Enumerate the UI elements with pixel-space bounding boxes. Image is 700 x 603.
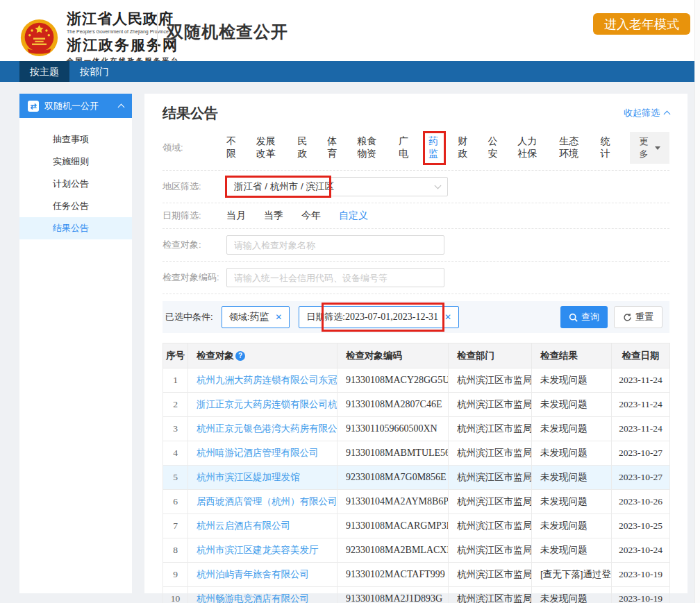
table-row: 5杭州市滨江区媞加理发馆92330108MA7G0M856E杭州滨江区市监局未发…: [163, 466, 670, 490]
date-option[interactable]: 今年: [301, 210, 321, 222]
nav-tab[interactable]: 按部门: [69, 61, 119, 82]
target-input[interactable]: [226, 235, 444, 255]
field-option[interactable]: 发展改革: [256, 135, 280, 160]
cell-num: 3: [163, 417, 188, 441]
table-row: 7杭州云启酒店有限公司91330108MACARGMP3H杭州滨江区市监局未发现…: [163, 514, 670, 538]
cell-dept: 杭州滨江区市监局: [449, 538, 532, 563]
cell-link[interactable]: 杭州市滨江区媞加理发馆: [188, 466, 338, 490]
filter-row-region: 地区筛选: 浙江省 / 杭州市 / 滨江区: [162, 171, 669, 203]
sidebar-item[interactable]: 计划公告: [19, 173, 132, 195]
cell-link[interactable]: 浙江正京元大药房连锁有限公司杭...: [188, 393, 338, 417]
cell-link[interactable]: 杭州云启酒店有限公司: [188, 514, 338, 538]
table-row: 1杭州九洲大药房连锁有限公司东冠...91330108MACY28GG5U杭州滨…: [163, 368, 670, 393]
field-option[interactable]: 公安: [488, 135, 499, 160]
close-icon[interactable]: ✕: [275, 312, 282, 322]
table-row: 4杭州嘻游记酒店管理有限公司91330108MABMTULE56杭州滨江区市监局…: [163, 441, 670, 466]
cell-link[interactable]: 杭州市滨江区建龙美容美发厅: [188, 538, 338, 563]
collapse-filter-link[interactable]: 收起筛选: [624, 107, 669, 119]
cell-code: 91330108MACARGMP3H: [338, 514, 449, 538]
code-input[interactable]: [226, 268, 444, 287]
cell-link[interactable]: 杭州九洲大药房连锁有限公司东冠...: [188, 368, 338, 393]
sidebar-item[interactable]: 结果公告: [19, 217, 132, 239]
cell-code: 9133011059660500XN: [338, 417, 449, 441]
region-value: 浙江省 / 杭州市 / 滨江区: [234, 180, 334, 193]
cell-date: 2023-10-26: [612, 490, 670, 514]
table-header-row: 序号检查对象?检查对象编码检查部门检查结果检查日期: [163, 343, 670, 368]
search-button-label: 查询: [581, 311, 599, 323]
sidebar-item[interactable]: 实施细则: [19, 151, 132, 173]
tag-value: 2023-07-01,2023-12-31: [345, 312, 438, 323]
more-button[interactable]: 更多: [630, 132, 669, 164]
close-icon[interactable]: ✕: [444, 312, 451, 322]
date-option[interactable]: 当季: [264, 210, 283, 222]
field-option[interactable]: 人力社保: [517, 135, 541, 160]
chevron-down-icon: [435, 182, 442, 189]
sidebar-item[interactable]: 抽查事项: [19, 128, 132, 151]
logo-block[interactable]: 浙江省人民政府 The People's Government of Zheji…: [19, 9, 180, 66]
cell-result: 未发现问题: [532, 368, 612, 393]
sidebar: ⇄ 双随机一公开 抽查事项实施细则计划公告任务公告结果公告: [19, 94, 132, 593]
filter-row-target: 检查对象:: [162, 229, 669, 262]
cell-date: 2023-11-24: [612, 417, 670, 441]
region-select[interactable]: 浙江省 / 杭州市 / 滨江区: [226, 177, 448, 196]
cell-dept: 杭州滨江区市监局: [449, 417, 532, 441]
logo-text: 浙江省人民政府 The People's Government of Zheji…: [67, 9, 180, 66]
field-option[interactable]: 药监: [428, 135, 440, 160]
cell-code: 91330108MA2J1D893G: [338, 587, 449, 603]
cell-num: 10: [163, 587, 188, 603]
cell-link[interactable]: 杭州嘻游记酒店管理有限公司: [188, 441, 338, 466]
cell-link[interactable]: 居西琥酒店管理（杭州）有限公司: [188, 490, 338, 514]
field-option[interactable]: 生态环境: [559, 135, 583, 160]
cell-date: 2023-11-24: [612, 368, 670, 393]
cell-dept: 杭州滨江区市监局: [449, 441, 532, 466]
cell-date: 2023-10-27: [612, 466, 670, 490]
cell-num: 1: [163, 368, 188, 393]
cell-dept: 杭州滨江区市监局: [449, 368, 532, 393]
search-button[interactable]: 查询: [560, 306, 608, 328]
field-option[interactable]: 广电: [399, 135, 410, 160]
question-icon[interactable]: ?: [235, 351, 245, 361]
date-option[interactable]: 当月: [226, 210, 246, 222]
cell-result: 未发现问题: [532, 466, 612, 490]
target-label: 检查对象:: [162, 239, 226, 251]
cell-link[interactable]: 杭州畅游电竞酒店有限公司: [188, 587, 338, 603]
field-option[interactable]: 不限: [226, 135, 238, 160]
table-row: 3杭州正京元银色港湾大药房有限公司9133011059660500XN杭州滨江区…: [163, 417, 670, 441]
cell-result: [查无下落]通过登记...: [532, 563, 612, 587]
selected-conditions-label: 已选中条件:: [165, 311, 213, 323]
date-option[interactable]: 自定义: [339, 210, 368, 222]
cell-num: 7: [163, 514, 188, 538]
cell-dept: 杭州滨江区市监局: [449, 514, 532, 538]
page-title: 结果公告: [162, 104, 218, 123]
nav-tab[interactable]: 按主题: [19, 61, 69, 82]
cell-code: 91330102MACTAFT999: [338, 563, 449, 587]
cell-result: 未发现问题: [532, 490, 612, 514]
cell-result: 未发现问题: [532, 393, 612, 417]
elder-mode-button[interactable]: 进入老年模式: [593, 13, 690, 35]
field-option[interactable]: 统计: [601, 135, 612, 160]
cell-link[interactable]: 杭州泊屿青年旅舍有限公司: [188, 563, 338, 587]
sidebar-header[interactable]: ⇄ 双随机一公开: [19, 94, 132, 118]
reset-button[interactable]: 重置: [614, 306, 662, 328]
table-row: 2浙江正京元大药房连锁有限公司杭...91330108MA2807C46E杭州滨…: [163, 393, 670, 417]
sidebar-item[interactable]: 任务公告: [19, 195, 132, 217]
header-divider: [157, 12, 158, 50]
cell-result: 未发现问题: [532, 514, 612, 538]
cell-link[interactable]: 杭州正京元银色港湾大药房有限公司: [188, 417, 338, 441]
swap-icon: ⇄: [28, 101, 39, 112]
main-nav: 按主题按部门: [0, 61, 694, 82]
cell-date: 2023-10-25: [612, 514, 670, 538]
filter-row-code: 检查对象编码:: [162, 262, 669, 294]
tag-prefix: 领域:: [229, 311, 250, 323]
table-row: 6居西琥酒店管理（杭州）有限公司91330104MA2AYM8B6P杭州滨江区市…: [163, 490, 670, 514]
field-option[interactable]: 粮食物资: [357, 135, 381, 160]
cell-num: 9: [163, 563, 188, 587]
scrollbar[interactable]: [694, 0, 700, 603]
field-option[interactable]: 体育: [327, 135, 339, 160]
chevron-up-icon: [118, 103, 125, 110]
column-header: 检查对象?: [188, 343, 338, 368]
field-option[interactable]: 财政: [458, 135, 470, 160]
field-option[interactable]: 民政: [298, 135, 310, 160]
cell-code: 92330108MA7G0M856E: [338, 466, 449, 490]
cell-code: 91330108MABMTULE56: [338, 441, 449, 466]
